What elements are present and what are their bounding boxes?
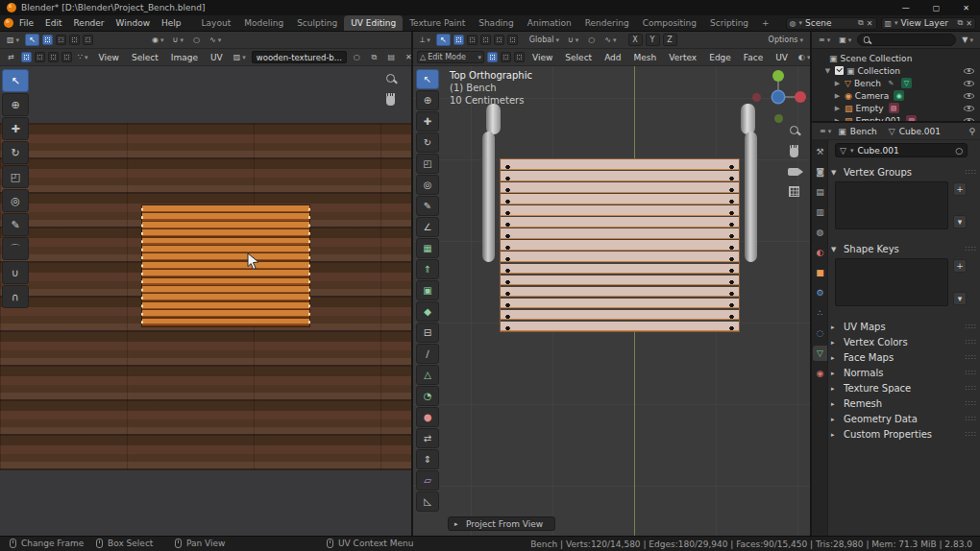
vp-zoom-icon[interactable]	[790, 126, 798, 134]
new-scene-icon[interactable]: ⧉	[858, 18, 864, 28]
outliner-type-button[interactable]: ≡▾	[816, 34, 833, 46]
gizmo-y-neg-axis[interactable]	[774, 114, 783, 123]
add-shape-key-button[interactable]: +	[953, 259, 967, 273]
tab-particles[interactable]: ∴	[813, 305, 827, 321]
vp-tool-cursor[interactable]: ⊕	[416, 90, 439, 110]
new-view-layer-icon[interactable]: ⧉	[958, 18, 964, 28]
open-image-icon[interactable]: ▤	[384, 51, 399, 63]
remove-view-layer-icon[interactable]: ✕	[966, 19, 972, 28]
vp-menu-face[interactable]: Face	[739, 53, 768, 62]
viewport-editor-type-button[interactable]: ⟂▾	[417, 34, 433, 46]
vp-tool-edge-slide[interactable]: ⇄	[416, 428, 439, 448]
panel-geometry-data[interactable]: ▸Geometry Data ∷∷	[831, 412, 977, 426]
navigation-gizmo[interactable]	[751, 70, 807, 126]
face-select-mode[interactable]	[514, 52, 525, 62]
panel-normals[interactable]: ▸Normals ∷∷	[831, 366, 977, 380]
vp-select-mode-subtract[interactable]	[480, 35, 491, 45]
uv-sync-selection-toggle[interactable]: ⇄	[4, 51, 18, 63]
vp-tool-transform[interactable]: ◎	[416, 175, 439, 195]
select-mode-new[interactable]	[42, 35, 53, 45]
tab-modeling[interactable]: Modeling	[237, 15, 290, 31]
tab-object-data[interactable]: ▽	[813, 346, 827, 361]
vp-menu-vertex[interactable]: Vertex	[664, 53, 701, 62]
shape-keys-list[interactable]	[835, 258, 948, 306]
uv-tool-rotate[interactable]: ↻	[2, 141, 29, 164]
falloff-button[interactable]: ∿▾	[601, 34, 619, 46]
tab-texture-paint[interactable]: Texture Paint	[403, 15, 472, 31]
vp-ortho-toggle-icon[interactable]	[789, 186, 799, 197]
vp-tool-add-cube[interactable]: ▦	[416, 238, 439, 258]
image-browse-button[interactable]: ▨▾	[231, 51, 249, 63]
uv-canvas[interactable]	[0, 66, 411, 536]
uv-select-island[interactable]	[61, 52, 72, 62]
uv-proportional-edit-button[interactable]: ○	[189, 34, 204, 46]
outliner-filter-button[interactable]: ▼▾	[959, 34, 976, 46]
vp-tool-spin[interactable]: ◔	[416, 386, 439, 406]
empty-visibility-icon[interactable]	[964, 106, 974, 111]
tab-modifiers[interactable]: ⚙	[813, 285, 827, 300]
mode-selector[interactable]: △Edit Mode▾	[417, 51, 484, 63]
tab-compositing[interactable]: Compositing	[636, 15, 703, 31]
vp-tool-scale[interactable]: ◰	[416, 154, 439, 174]
tab-sculpting[interactable]: Sculpting	[290, 15, 344, 31]
minimize-button[interactable]: —	[898, 4, 914, 12]
image-name-field[interactable]: wooden-textured-b...	[252, 51, 347, 63]
tab-material[interactable]: ◉	[813, 366, 827, 381]
mirror-x-button[interactable]: X	[628, 34, 643, 46]
uv-pan-icon[interactable]	[386, 96, 395, 106]
uv-sticky-select-button[interactable]: ∵▾	[75, 51, 91, 63]
bench-slats-mesh[interactable]	[500, 158, 740, 332]
outliner-row-camera[interactable]: ▶ ◉ Camera ◉	[812, 89, 980, 102]
uv-tool-select-box[interactable]: ↖	[2, 69, 29, 92]
bench-rail-right[interactable]	[745, 132, 757, 262]
tab-uv-editing[interactable]: UV Editing	[344, 15, 403, 31]
tab-physics[interactable]: ◌	[813, 325, 827, 341]
vp-select-mode-new[interactable]	[453, 35, 464, 45]
shape-key-specials-button[interactable]: ▾	[953, 292, 967, 305]
panel-custom-properties[interactable]: ▸Custom Properties ∷∷	[831, 427, 977, 442]
tab-world[interactable]: ◐	[813, 245, 827, 260]
uv-select-edge[interactable]	[35, 52, 45, 62]
vp-menu-select[interactable]: Select	[560, 53, 597, 62]
uv-active-tool-button[interactable]: ↖	[25, 34, 39, 46]
outliner-row-bench[interactable]: ▶ ▽ Bench ✎ ▽	[812, 77, 980, 89]
uv-snap-button[interactable]: ∪▾	[170, 34, 186, 46]
panel-vertex-colors[interactable]: ▸Vertex Colors ∷∷	[831, 335, 977, 349]
vp-tool-select-box[interactable]: ↖	[416, 69, 439, 89]
uv-pivot-button[interactable]: ◉▾	[149, 34, 167, 46]
view-layer-selector[interactable]: ▥ ▾ View Layer ⧉ ✕	[881, 17, 977, 30]
vp-menu-edge[interactable]: Edge	[704, 53, 736, 62]
uv-falloff-button[interactable]: ∿▾	[207, 34, 224, 46]
tab-layout[interactable]: Layout	[195, 15, 238, 31]
collection-visibility-icon[interactable]	[964, 68, 974, 74]
select-mode-subtract[interactable]	[69, 35, 80, 45]
vertex-select-mode[interactable]	[487, 52, 498, 62]
uv-tool-cursor[interactable]: ⊕	[2, 93, 29, 116]
vp-tool-inset[interactable]: ▣	[416, 280, 439, 300]
uv-tool-grab[interactable]: ⌒	[2, 237, 29, 260]
vp-menu-mesh[interactable]: Mesh	[629, 53, 662, 62]
camera-visibility-icon[interactable]	[964, 93, 974, 99]
pin-icon[interactable]: ⚲	[968, 127, 975, 136]
tab-animation[interactable]: Animation	[521, 15, 578, 31]
overlays-button[interactable]: ◐▾	[796, 51, 810, 63]
tab-tool[interactable]: ⚒	[813, 144, 827, 159]
bench-visibility-icon[interactable]	[964, 81, 974, 86]
uv-island-bench[interactable]	[142, 205, 309, 326]
add-workspace-button[interactable]: +	[755, 15, 776, 31]
unlink-scene-icon[interactable]: ✕	[867, 19, 873, 28]
app-menu-button[interactable]	[4, 18, 13, 28]
outliner-search-input[interactable]	[873, 36, 950, 45]
menu-file[interactable]: File	[13, 17, 39, 29]
tab-render[interactable]: ◙	[813, 164, 827, 180]
vp-tool-extrude[interactable]: ⇑	[416, 259, 439, 279]
vp-tool-move[interactable]: ✚	[416, 111, 439, 132]
vp-tool-loop-cut[interactable]: ⊟	[416, 323, 439, 343]
edge-select-mode[interactable]	[501, 52, 511, 62]
uv-zoom-icon[interactable]	[386, 74, 395, 83]
vp-tool-rip-region[interactable]: ◺	[416, 491, 439, 512]
uv-tool-transform[interactable]: ◎	[2, 189, 29, 212]
outliner-row-scene-collection[interactable]: ▣ Scene Collection	[812, 52, 980, 64]
panel-remesh[interactable]: ▸Remesh ∷∷	[831, 396, 977, 411]
tab-scene[interactable]: ◍	[813, 225, 827, 240]
